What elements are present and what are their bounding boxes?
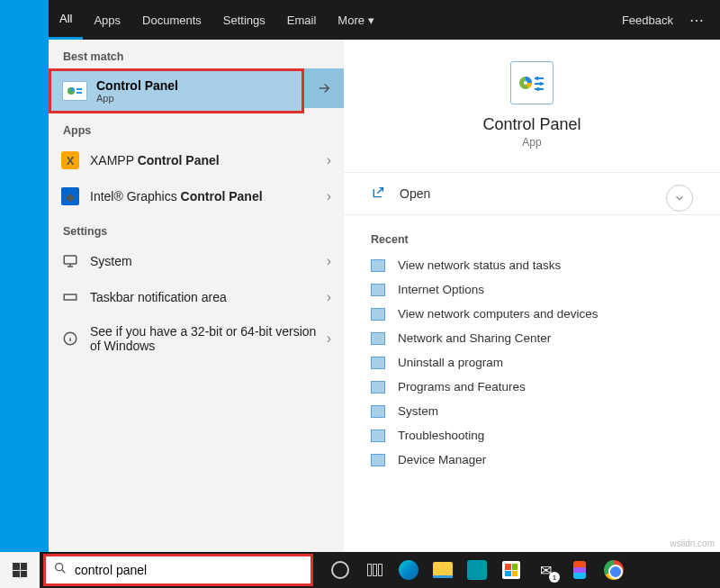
search-input[interactable] <box>75 563 303 577</box>
cpl-icon <box>371 381 385 394</box>
control-panel-icon <box>62 81 87 101</box>
setting-label: System <box>90 254 327 268</box>
chrome-icon[interactable] <box>603 559 625 581</box>
info-icon <box>61 330 79 348</box>
svg-point-9 <box>536 77 539 80</box>
app-result-intel[interactable]: ◆ Intel® Graphics Control Panel › <box>49 178 344 214</box>
setting-label: See if you have a 32-bit or 64-bit versi… <box>90 324 327 353</box>
tab-more[interactable]: More ▾ <box>327 0 385 40</box>
file-explorer-icon[interactable] <box>432 559 454 581</box>
chevron-down-icon: ▾ <box>368 14 374 27</box>
control-panel-large-icon <box>510 61 554 104</box>
recent-list: View network status and tasks Internet O… <box>344 253 720 472</box>
side-accent <box>0 40 49 552</box>
tab-settings[interactable]: Settings <box>212 0 276 40</box>
chevron-right-icon: › <box>327 330 331 347</box>
open-action[interactable]: Open <box>344 172 720 215</box>
app-result-xampp[interactable]: X XAMPP Control Panel › <box>49 142 344 178</box>
best-match-result[interactable]: Control Panel App <box>49 68 304 113</box>
search-filter-tabs: All Apps Documents Settings Email More ▾… <box>0 0 720 40</box>
more-options-icon[interactable]: ⋯ <box>689 12 706 29</box>
expand-toggle[interactable] <box>666 185 693 212</box>
recent-item[interactable]: Device Manager <box>344 448 720 472</box>
cpl-icon <box>371 259 385 272</box>
figma-icon[interactable] <box>569 559 590 581</box>
open-icon <box>371 185 387 202</box>
windows-logo-icon <box>13 563 27 577</box>
svg-rect-4 <box>64 294 76 300</box>
recent-item[interactable]: Uninstall a program <box>344 350 720 375</box>
cpl-icon <box>371 308 385 321</box>
taskbar: ✉1 <box>0 552 720 588</box>
setting-bitness[interactable]: See if you have a 32-bit or 64-bit versi… <box>49 315 344 362</box>
recent-item[interactable]: Network and Sharing Center <box>344 326 720 350</box>
cpl-icon <box>371 454 385 466</box>
cortana-icon[interactable] <box>329 559 351 581</box>
intel-icon: ◆ <box>61 187 79 205</box>
chevron-right-icon: › <box>327 188 331 204</box>
ms-store-icon[interactable] <box>500 559 522 581</box>
recent-item[interactable]: View network computers and devices <box>344 302 720 326</box>
tab-email[interactable]: Email <box>276 0 328 40</box>
search-panel: Best match Control Panel App Apps X XAMP… <box>0 40 720 552</box>
feedback-link[interactable]: Feedback <box>622 14 673 27</box>
setting-label: Taskbar notification area <box>90 290 327 304</box>
chevron-right-icon: › <box>327 253 331 269</box>
svg-rect-1 <box>76 88 82 90</box>
chevron-right-icon: › <box>327 152 331 168</box>
recent-item[interactable]: View network status and tasks <box>344 253 720 277</box>
app-label: XAMPP Control Panel <box>90 153 327 167</box>
monitor-icon <box>61 252 79 270</box>
recent-label: Recent <box>344 215 720 253</box>
search-icon <box>53 561 68 579</box>
start-button[interactable] <box>0 552 40 588</box>
recent-item[interactable]: Internet Options <box>344 277 720 302</box>
recent-item[interactable]: Programs and Features <box>344 375 720 399</box>
tab-more-label: More <box>338 14 364 27</box>
tab-apps[interactable]: Apps <box>83 0 131 40</box>
app-teal-icon[interactable] <box>466 559 488 581</box>
best-match-label: Best match <box>49 40 344 68</box>
best-match-title: Control Panel <box>96 78 178 93</box>
chevron-right-icon: › <box>327 289 331 305</box>
xampp-icon: X <box>61 151 79 169</box>
svg-point-7 <box>524 81 527 85</box>
accent-strip <box>0 0 49 40</box>
setting-system[interactable]: System › <box>49 243 344 279</box>
tab-all[interactable]: All <box>49 0 83 40</box>
edge-icon[interactable] <box>398 559 419 581</box>
svg-point-11 <box>539 82 543 86</box>
setting-taskbar[interactable]: Taskbar notification area › <box>49 279 344 315</box>
apps-section-label: Apps <box>49 113 344 142</box>
detail-pane: Control Panel App Open Recent View netwo… <box>344 40 720 552</box>
best-match-sub: App <box>96 93 178 104</box>
svg-rect-2 <box>76 92 82 94</box>
open-label: Open <box>400 186 430 201</box>
mail-icon[interactable]: ✉1 <box>535 559 556 581</box>
detail-title: Control Panel <box>482 115 580 134</box>
taskbar-search[interactable] <box>43 554 313 586</box>
watermark: wsiidn.com <box>670 538 715 548</box>
results-pane: Best match Control Panel App Apps X XAMP… <box>49 40 344 552</box>
settings-section-label: Settings <box>49 214 344 243</box>
cpl-icon <box>371 430 385 442</box>
recent-item[interactable]: Troubleshooting <box>344 423 720 448</box>
recent-item[interactable]: System <box>344 399 720 423</box>
cpl-icon <box>371 357 385 369</box>
cpl-icon <box>371 332 385 345</box>
svg-point-13 <box>536 87 540 91</box>
app-label: Intel® Graphics Control Panel <box>90 189 327 204</box>
taskbar-icon <box>61 288 79 306</box>
svg-point-14 <box>56 564 63 571</box>
tab-documents[interactable]: Documents <box>131 0 212 40</box>
svg-rect-3 <box>64 256 76 264</box>
task-view-icon[interactable] <box>364 559 385 581</box>
cpl-icon <box>371 405 385 418</box>
detail-sub: App <box>522 136 541 149</box>
mail-badge: 1 <box>549 572 560 583</box>
cpl-icon <box>371 284 385 296</box>
open-arrow-button[interactable] <box>304 68 344 108</box>
